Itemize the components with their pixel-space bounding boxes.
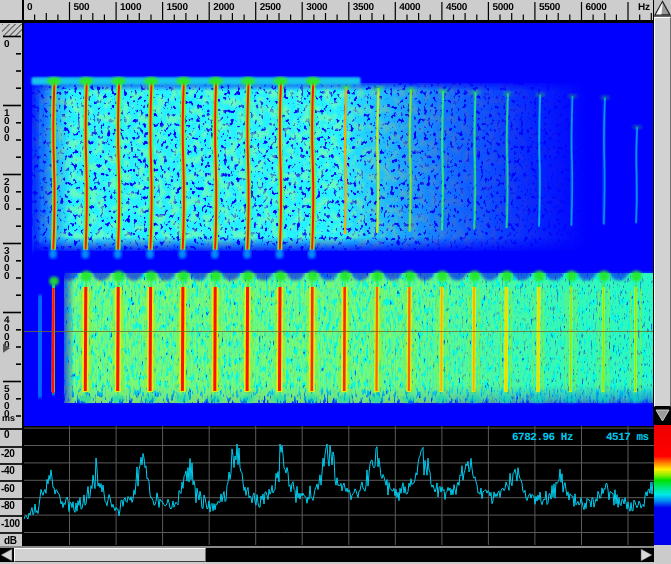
svg-text:0: 0 [4,202,10,213]
svg-text:0: 0 [27,2,33,13]
svg-text:1500: 1500 [167,2,189,13]
svg-text:ms: ms [2,413,15,423]
svg-text:2000: 2000 [213,2,235,13]
svg-text:6000: 6000 [586,2,608,13]
svg-text:500: 500 [74,2,91,13]
svg-text:2500: 2500 [260,2,282,13]
svg-text:5000: 5000 [492,2,514,13]
svg-text:3500: 3500 [353,2,375,13]
svg-text:6782.96 Hz: 6782.96 Hz [512,432,573,444]
svg-text:4517 ms: 4517 ms [606,432,649,444]
svg-text:5500: 5500 [539,2,561,13]
svg-text:4000: 4000 [399,2,421,13]
svg-text:1000: 1000 [120,2,142,13]
svg-text:3000: 3000 [306,2,328,13]
svg-text:4500: 4500 [446,2,468,13]
svg-text:0: 0 [4,133,10,144]
svg-text:Hz: Hz [638,2,650,13]
svg-text:0: 0 [4,271,10,282]
svg-text:0: 0 [4,39,10,50]
